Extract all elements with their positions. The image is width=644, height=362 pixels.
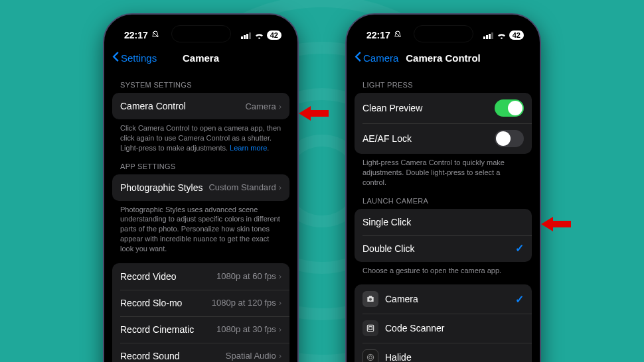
battery-level: 42 <box>267 30 282 40</box>
row-double-click[interactable]: Double Click ✓ <box>355 235 532 262</box>
chevron-left-icon <box>355 51 362 64</box>
back-button[interactable]: Camera <box>355 51 398 64</box>
back-label: Settings <box>121 52 157 64</box>
svg-rect-7 <box>491 32 493 39</box>
footer-text-app: Photographic Styles uses advanced scene … <box>112 201 289 254</box>
dynamic-island <box>171 25 231 42</box>
signal-icon <box>241 32 252 39</box>
signal-icon <box>483 32 494 39</box>
nav-bar: Camera Camera Control <box>347 46 540 72</box>
svg-rect-3 <box>249 32 251 39</box>
row-record-video[interactable]: Record Video 1080p at 60 fps› <box>112 263 289 290</box>
chevron-right-icon: › <box>279 182 282 192</box>
footer-text-lightpress: Light-press Camera Control to quickly ma… <box>355 154 532 188</box>
row-single-click[interactable]: Single Click <box>355 209 532 235</box>
svg-rect-1 <box>244 35 246 39</box>
svg-rect-5 <box>486 35 488 39</box>
halide-app-icon <box>362 349 378 362</box>
row-value: Custom Standard <box>208 182 276 192</box>
row-value: Camera <box>245 101 276 111</box>
learn-more-link[interactable]: Learn more <box>230 144 267 152</box>
chevron-right-icon: › <box>279 351 282 361</box>
section-header-app: APP SETTINGS <box>112 153 289 174</box>
toggle-aeaf-lock[interactable] <box>495 130 524 147</box>
row-record-slomo[interactable]: Record Slo-mo 1080p at 120 fps› <box>112 290 289 316</box>
section-header-lightpress: LIGHT PRESS <box>355 72 532 93</box>
row-app-camera[interactable]: Camera ✓ <box>355 284 532 314</box>
svg-rect-2 <box>246 34 248 39</box>
svg-point-8 <box>369 298 372 301</box>
camera-app-icon <box>362 291 378 307</box>
dynamic-island <box>414 25 473 42</box>
row-aeaf-lock: AE/AF Lock <box>355 123 532 154</box>
status-time: 22:17 <box>366 30 390 40</box>
footer-text-launch: Choose a gesture to open the camera app. <box>355 262 532 276</box>
code-scanner-app-icon <box>362 320 378 336</box>
row-camera-control[interactable]: Camera Control Camera › <box>112 93 289 119</box>
settings-group-recording: Record Video 1080p at 60 fps› Record Slo… <box>112 263 289 362</box>
row-app-code-scanner[interactable]: Code Scanner <box>355 314 532 343</box>
row-clean-preview: Clean Preview <box>355 93 532 123</box>
check-icon: ✓ <box>515 242 524 255</box>
phone-left: 22:17 42 Settings Camera SYSTEM SETTINGS… <box>103 13 299 362</box>
chevron-left-icon <box>112 51 120 64</box>
wifi-icon <box>497 32 507 39</box>
page-title: Camera Control <box>406 52 481 64</box>
row-record-sound[interactable]: Record Sound Spatial Audio› <box>112 343 289 362</box>
svg-marker-17 <box>541 217 571 231</box>
row-label: Photographic Styles <box>120 182 203 193</box>
phone-right: 22:17 42 Camera Camera Control LIGHT PRE… <box>345 13 541 362</box>
row-app-halide[interactable]: Halide <box>355 343 532 362</box>
svg-marker-16 <box>299 106 329 121</box>
status-time: 22:17 <box>124 30 148 40</box>
nav-bar: Settings Camera <box>104 46 297 72</box>
back-button[interactable]: Settings <box>112 51 157 64</box>
battery-level: 42 <box>509 30 524 40</box>
toggle-clean-preview[interactable] <box>495 99 524 117</box>
svg-point-12 <box>369 356 372 359</box>
row-photographic-styles[interactable]: Photographic Styles Custom Standard › <box>112 174 289 201</box>
row-record-cinematic[interactable]: Record Cinematic 1080p at 30 fps› <box>112 316 289 343</box>
wifi-icon <box>254 32 264 39</box>
callout-arrow-2 <box>541 215 571 233</box>
footer-text-system: Click Camera Control to open a camera ap… <box>112 119 289 153</box>
section-header-launch: LAUNCH CAMERA <box>355 188 532 209</box>
bell-slash-icon <box>394 30 402 40</box>
chevron-right-icon: › <box>279 298 282 308</box>
app-list: Camera ✓ Code Scanner Halide Inst <box>355 284 532 362</box>
bell-slash-icon <box>151 30 159 40</box>
svg-rect-0 <box>241 36 243 39</box>
callout-arrow-1 <box>299 105 329 122</box>
svg-rect-4 <box>483 36 485 39</box>
svg-rect-6 <box>489 34 491 39</box>
svg-point-11 <box>367 355 373 361</box>
chevron-right-icon: › <box>279 271 282 281</box>
back-label: Camera <box>363 52 398 64</box>
chevron-right-icon: › <box>279 324 282 334</box>
section-header-system: SYSTEM SETTINGS <box>112 72 289 93</box>
svg-rect-9 <box>367 326 373 332</box>
page-title: Camera <box>183 52 219 64</box>
row-label: Camera Control <box>120 101 186 111</box>
chevron-right-icon: › <box>279 101 282 111</box>
check-icon: ✓ <box>515 293 524 306</box>
svg-rect-10 <box>369 327 372 330</box>
